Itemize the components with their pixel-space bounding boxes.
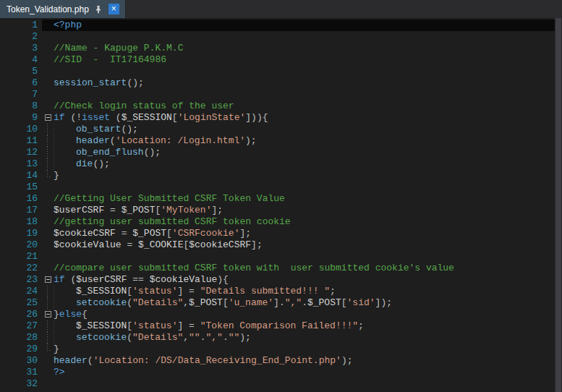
- code-text[interactable]: $cookieCSRF = $_POST['CSRFcookie'];: [54, 228, 555, 239]
- line-number[interactable]: 24: [0, 286, 42, 297]
- code-line[interactable]: 17$userCSRF = $_POST['MyToken'];: [0, 205, 555, 216]
- code-line[interactable]: 25setcookie("Details",$_POST['u_name']."…: [0, 297, 555, 309]
- scrollbar-thumb[interactable]: [555, 18, 561, 392]
- code-text[interactable]: $userCSRF = $_POST['MyToken'];: [54, 205, 555, 216]
- tab-token-validation[interactable]: Token_Validation.php ×: [0, 0, 126, 18]
- fold-toggle-icon[interactable]: [45, 276, 51, 283]
- code-text[interactable]: $cookieValue = $_COOKIE[$cookieCSRF];: [54, 239, 555, 251]
- line-number[interactable]: 10: [0, 124, 42, 135]
- code-line[interactable]: 30header('Location: /DS/Data_Receiving_E…: [0, 355, 555, 367]
- line-number[interactable]: 3: [0, 43, 42, 54]
- code-line[interactable]: 4//SID - IT17164986: [0, 54, 555, 66]
- code-line[interactable]: 26}else{: [0, 309, 555, 320]
- code-line[interactable]: 9if (!isset ($_SESSION['LoginState'])){: [0, 112, 555, 124]
- code-text[interactable]: if (!isset ($_SESSION['LoginState'])){: [54, 112, 555, 124]
- code-line[interactable]: 31?>: [0, 367, 555, 378]
- code-line[interactable]: 5: [0, 66, 555, 77]
- code-text[interactable]: $_SESSION['status'] = "Details submitted…: [54, 286, 555, 297]
- line-number[interactable]: 17: [0, 205, 42, 216]
- pin-icon[interactable]: [94, 4, 103, 14]
- line-number[interactable]: 4: [0, 54, 42, 66]
- code-line[interactable]: 3//Name - Kapuge P.K.M.C: [0, 43, 555, 54]
- code-text[interactable]: setcookie("Details",$_POST['u_name'].","…: [54, 297, 555, 309]
- line-number[interactable]: 30: [0, 355, 42, 367]
- line-number[interactable]: 6: [0, 77, 42, 89]
- line-number[interactable]: 32: [0, 378, 42, 390]
- code-line[interactable]: 15: [0, 182, 555, 193]
- code-line[interactable]: 27$_SESSION['status'] = "Token Compariso…: [0, 320, 555, 332]
- code-line[interactable]: 16//Getting User Submitted CSRF Token Va…: [0, 193, 555, 205]
- code-text[interactable]: [54, 31, 555, 43]
- code-text[interactable]: [54, 66, 555, 77]
- line-number[interactable]: 27: [0, 320, 42, 332]
- line-number[interactable]: 28: [0, 332, 42, 344]
- code-line[interactable]: 8//Check login status of the user: [0, 101, 555, 112]
- code-line[interactable]: 19$cookieCSRF = $_POST['CSRFcookie'];: [0, 228, 555, 239]
- code-line[interactable]: 20$cookieValue = $_COOKIE[$cookieCSRF];: [0, 239, 555, 251]
- code-line[interactable]: 13die();: [0, 158, 555, 170]
- line-number[interactable]: 7: [0, 89, 42, 101]
- code-line[interactable]: 7: [0, 89, 555, 101]
- code-text[interactable]: //Getting User Submitted CSRF Token Valu…: [54, 193, 555, 205]
- code-text[interactable]: ob_start();: [54, 124, 555, 135]
- line-number[interactable]: 1: [0, 20, 42, 31]
- code-text[interactable]: ob_end_flush();: [54, 147, 555, 158]
- line-number[interactable]: 13: [0, 158, 42, 170]
- code-text[interactable]: //SID - IT17164986: [54, 54, 555, 66]
- line-number[interactable]: 18: [0, 216, 42, 228]
- line-number[interactable]: 15: [0, 182, 42, 193]
- code-text[interactable]: [54, 89, 555, 101]
- line-number[interactable]: 9: [0, 112, 42, 124]
- line-number[interactable]: 29: [0, 344, 42, 355]
- fold-margin[interactable]: [42, 309, 54, 320]
- code-line[interactable]: 24$_SESSION['status'] = "Details submitt…: [0, 286, 555, 297]
- code-text[interactable]: ?>: [54, 367, 555, 378]
- line-number[interactable]: 25: [0, 297, 42, 309]
- code-text[interactable]: //Check login status of the user: [54, 101, 555, 112]
- line-number[interactable]: 23: [0, 274, 42, 286]
- code-text[interactable]: header('Location: /Login.html');: [54, 135, 555, 147]
- code-text[interactable]: if ($userCSRF == $cookieValue){: [54, 274, 555, 286]
- code-line[interactable]: 6session_start();: [0, 77, 555, 89]
- line-number[interactable]: 26: [0, 309, 42, 320]
- line-number[interactable]: 20: [0, 239, 42, 251]
- line-number[interactable]: 2: [0, 31, 42, 43]
- code-line[interactable]: 11header('Location: /Login.html');: [0, 135, 555, 147]
- close-icon[interactable]: ×: [108, 4, 119, 14]
- code-text[interactable]: $_SESSION['status'] = "Token Comparison …: [54, 320, 555, 332]
- fold-toggle-icon[interactable]: [45, 114, 51, 121]
- line-number[interactable]: 21: [0, 251, 42, 263]
- line-number[interactable]: 8: [0, 101, 42, 112]
- code-text[interactable]: die();: [54, 158, 555, 170]
- fold-margin[interactable]: [42, 274, 54, 286]
- code-line[interactable]: 21: [0, 251, 555, 263]
- code-line[interactable]: 28setcookie("Details","".","."");: [0, 332, 555, 344]
- code-text[interactable]: }: [54, 344, 555, 355]
- line-number[interactable]: 12: [0, 147, 42, 158]
- fold-margin[interactable]: [42, 112, 54, 124]
- vertical-scrollbar[interactable]: [555, 18, 562, 392]
- code-line[interactable]: 12ob_end_flush();: [0, 147, 555, 158]
- code-text[interactable]: setcookie("Details","".","."");: [54, 332, 555, 344]
- code-text[interactable]: //Name - Kapuge P.K.M.C: [54, 43, 555, 54]
- code-line[interactable]: 14}: [0, 170, 555, 182]
- line-number[interactable]: 14: [0, 170, 42, 182]
- code-text[interactable]: session_start();: [54, 77, 555, 89]
- code-line[interactable]: 2: [0, 31, 555, 43]
- code-line[interactable]: 22//compare user submitted CSRF token wi…: [0, 263, 555, 274]
- code-text[interactable]: }else{: [54, 309, 555, 320]
- line-number[interactable]: 19: [0, 228, 42, 239]
- code-text[interactable]: //compare user submitted CSRF token with…: [54, 263, 555, 274]
- code-line[interactable]: 23if ($userCSRF == $cookieValue){: [0, 274, 555, 286]
- code-text[interactable]: [54, 378, 555, 390]
- line-number[interactable]: 5: [0, 66, 42, 77]
- fold-toggle-icon[interactable]: [45, 311, 51, 318]
- code-line[interactable]: 10ob_start();: [0, 124, 555, 135]
- line-number[interactable]: 31: [0, 367, 42, 378]
- code-text[interactable]: //getting user submitted CSRF token cook…: [54, 216, 555, 228]
- code-text[interactable]: header('Location: /DS/Data_Receiving_End…: [54, 355, 555, 367]
- line-number[interactable]: 22: [0, 263, 42, 274]
- code-text[interactable]: [54, 182, 555, 193]
- code-line[interactable]: 32: [0, 378, 555, 390]
- code-text[interactable]: }: [54, 170, 555, 182]
